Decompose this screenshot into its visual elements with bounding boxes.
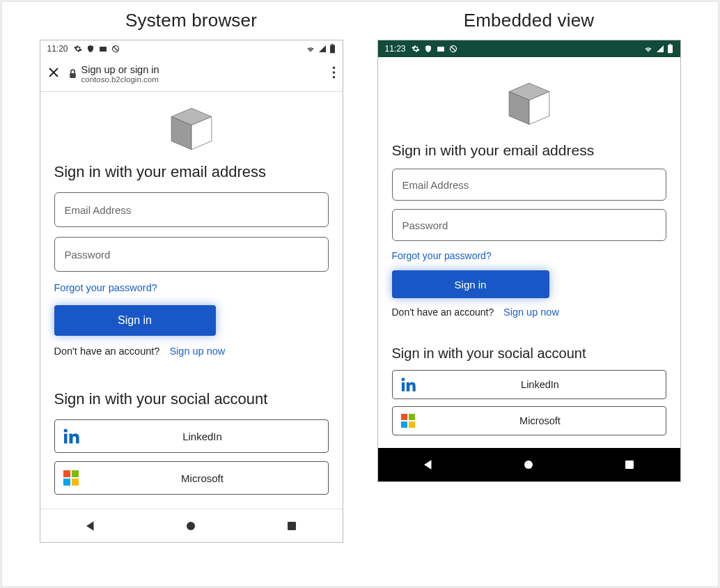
password-field[interactable]: Password	[392, 209, 666, 241]
microsoft-label: Microsoft	[86, 472, 320, 484]
back-icon[interactable]	[83, 518, 98, 534]
linkedin-button[interactable]: LinkedIn	[54, 419, 329, 453]
status-left-icons	[74, 45, 120, 53]
card-icon	[99, 45, 107, 53]
signup-link[interactable]: Sign up now	[169, 346, 225, 357]
social-heading: Sign in with your social account	[54, 390, 329, 408]
column-title-left: System browser	[125, 10, 257, 31]
no-circle-icon	[111, 45, 120, 53]
svg-point-16	[187, 522, 195, 530]
comparison-container: System browser 11:20	[1, 1, 719, 587]
page-title: Sign up or sign in	[81, 64, 159, 76]
email-field[interactable]: Email Address	[392, 169, 666, 201]
svg-rect-22	[669, 44, 671, 45]
microsoft-icon	[401, 414, 415, 428]
signup-row: Don't have an account? Sign up now	[392, 307, 666, 318]
lock-icon	[68, 69, 77, 79]
page-content: Sign in with your email address Email Ad…	[378, 57, 680, 448]
embedded-view-column: Embedded view 11:23	[376, 8, 682, 573]
battery-icon	[667, 44, 673, 54]
svg-line-20	[451, 47, 455, 52]
shield-icon	[424, 45, 432, 53]
android-nav-bar	[378, 448, 680, 481]
wifi-icon	[643, 45, 653, 53]
column-title-right: Embedded view	[464, 10, 595, 31]
device-frame-right: 11:23	[377, 40, 681, 482]
svg-point-9	[332, 71, 334, 73]
back-icon[interactable]	[421, 457, 436, 472]
battery-icon	[329, 44, 336, 54]
svg-rect-26	[401, 382, 404, 392]
recents-icon[interactable]	[284, 518, 299, 534]
status-left-icons	[412, 45, 457, 53]
svg-point-15	[63, 428, 67, 432]
email-field[interactable]: Email Address	[54, 192, 329, 227]
close-icon[interactable]	[47, 66, 60, 82]
svg-rect-18	[437, 47, 444, 52]
password-field[interactable]: Password	[54, 237, 329, 272]
microsoft-icon	[63, 470, 79, 486]
forgot-password-link[interactable]: Forgot your password?	[54, 282, 157, 293]
device-frame-left: 11:20	[40, 40, 343, 543]
svg-point-27	[401, 378, 405, 381]
no-circle-icon	[449, 45, 457, 53]
linkedin-icon	[401, 377, 416, 392]
signin-heading: Sign in with your email address	[392, 142, 666, 159]
svg-rect-17	[288, 522, 296, 530]
signup-row: Don't have an account? Sign up now	[54, 346, 329, 357]
cube-icon	[165, 106, 218, 152]
microsoft-button[interactable]: Microsoft	[392, 406, 666, 435]
signal-icon	[318, 45, 327, 53]
microsoft-label: Microsoft	[423, 415, 657, 426]
microsoft-button[interactable]: Microsoft	[54, 461, 329, 495]
svg-rect-4	[331, 44, 334, 45]
linkedin-icon	[63, 428, 80, 444]
forgot-password-link[interactable]: Forgot your password?	[392, 250, 492, 261]
signal-icon	[656, 45, 664, 53]
status-bar: 11:20	[40, 40, 343, 57]
gear-icon	[74, 45, 82, 53]
svg-rect-29	[625, 461, 634, 469]
android-nav-bar	[40, 509, 343, 542]
svg-rect-14	[64, 434, 68, 444]
shield-icon	[86, 45, 95, 53]
linkedin-label: LinkedIn	[423, 379, 657, 390]
system-browser-column: System browser 11:20	[38, 8, 345, 573]
svg-rect-7	[70, 73, 76, 78]
linkedin-label: LinkedIn	[86, 431, 320, 442]
no-account-text: Don't have an account?	[392, 307, 494, 318]
status-right-icons	[643, 44, 673, 54]
svg-rect-0	[100, 47, 107, 52]
browser-bar: Sign up or sign in contoso.b2clogin.com	[40, 57, 343, 92]
status-bar: 11:23	[378, 40, 680, 57]
signin-heading: Sign in with your email address	[54, 163, 329, 181]
home-icon[interactable]	[521, 457, 536, 472]
page-domain: contoso.b2clogin.com	[81, 75, 159, 84]
gear-icon	[412, 45, 420, 53]
wifi-icon	[306, 45, 315, 53]
status-time: 11:20	[47, 44, 68, 54]
svg-line-2	[113, 47, 118, 52]
signin-button[interactable]: Sign in	[392, 270, 549, 298]
social-heading: Sign in with your social account	[392, 346, 666, 362]
logo	[54, 106, 329, 152]
home-icon[interactable]	[183, 518, 198, 534]
card-icon	[437, 45, 445, 53]
svg-rect-3	[330, 45, 335, 53]
cube-icon	[503, 81, 556, 127]
svg-rect-21	[668, 45, 673, 53]
signup-link[interactable]: Sign up now	[503, 307, 559, 318]
page-content: Sign in with your email address Email Ad…	[40, 92, 343, 509]
svg-point-8	[332, 67, 334, 69]
recents-icon[interactable]	[622, 457, 637, 472]
logo	[392, 81, 666, 127]
no-account-text: Don't have an account?	[54, 346, 160, 357]
status-time: 11:23	[385, 44, 406, 54]
linkedin-button[interactable]: LinkedIn	[392, 370, 666, 399]
signin-button[interactable]: Sign in	[54, 305, 216, 336]
kebab-menu-icon[interactable]	[332, 66, 336, 82]
svg-point-10	[332, 76, 334, 78]
status-right-icons	[306, 44, 336, 54]
url-area[interactable]: Sign up or sign in contoso.b2clogin.com	[68, 64, 324, 85]
svg-point-28	[524, 461, 533, 469]
